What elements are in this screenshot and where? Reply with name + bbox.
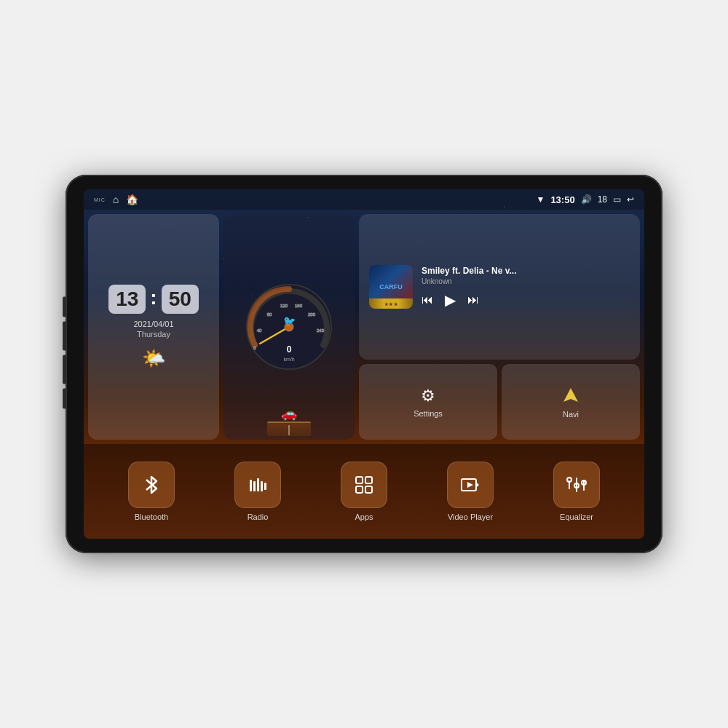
svg-rect-18: [264, 483, 266, 490]
nav-icons: MIC ⌂ 🏠: [94, 194, 138, 205]
speedometer-widget: 0 40 80 120 160 200 240 🐦 0: [223, 214, 355, 440]
mic-label: MIC: [94, 197, 106, 202]
music-controls: ⏮ ▶ ⏭: [422, 291, 630, 309]
play-button[interactable]: ▶: [445, 291, 456, 309]
svg-text:80: 80: [267, 312, 272, 317]
radio-label: Radio: [248, 513, 269, 521]
clock-widget: 13 : 50 2021/04/01 Thursday 🌤️: [88, 214, 219, 440]
battery-icon: ▭: [613, 194, 621, 205]
side-button-2[interactable]: [63, 322, 66, 351]
svg-text:40: 40: [257, 328, 262, 333]
tiles-cell: ⚙ Settings Navi: [359, 364, 640, 440]
svg-rect-17: [261, 481, 263, 491]
volume-icon: 🔊: [581, 194, 592, 205]
music-widget: CARFU ★ ★ ★ Smiley ft. Delia - Ne v... U…: [359, 214, 640, 360]
screen: MIC ⌂ 🏠 ▼ 13:50 🔊 18 ▭ ↩ 13 : 50: [84, 189, 644, 539]
prev-button[interactable]: ⏮: [422, 293, 433, 306]
status-right-icons: ▼ 13:50 🔊 18 ▭ ↩: [537, 194, 635, 205]
album-art: CARFU ★ ★ ★: [369, 265, 413, 309]
navi-icon: [561, 386, 581, 406]
side-button-4[interactable]: [63, 389, 66, 409]
clock-digits: 13 : 50: [108, 285, 199, 314]
svg-text:km/h: km/h: [283, 357, 294, 362]
music-artist: Unknown: [422, 277, 630, 285]
bluetooth-label: Bluetooth: [135, 513, 168, 521]
equalizer-app[interactable]: Equalizer: [547, 462, 606, 521]
music-info: Smiley ft. Delia - Ne v... Unknown ⏮ ▶ ⏭: [422, 266, 630, 309]
equalizer-icon: [566, 474, 587, 496]
navi-tile[interactable]: Navi: [502, 364, 640, 440]
apps-label: Apps: [355, 513, 373, 521]
status-bar: MIC ⌂ 🏠 ▼ 13:50 🔊 18 ▭ ↩: [84, 189, 644, 210]
svg-rect-21: [356, 486, 363, 493]
svg-marker-25: [467, 482, 473, 488]
wifi-icon: ▼: [537, 194, 545, 205]
apps-icon: [353, 474, 375, 496]
back-icon[interactable]: ↩: [627, 194, 634, 205]
video-label: Video Player: [448, 513, 493, 521]
svg-rect-22: [365, 486, 372, 493]
weather-icon: 🌤️: [142, 347, 165, 370]
apps-app[interactable]: Apps: [335, 462, 393, 521]
bluetooth-icon: [141, 474, 162, 496]
radio-icon: [247, 474, 269, 496]
equalizer-icon-box: [553, 462, 600, 508]
side-button-3[interactable]: [63, 355, 66, 384]
navi-label: Navi: [563, 410, 579, 419]
radio-app[interactable]: Radio: [229, 462, 287, 521]
svg-text:120: 120: [280, 304, 288, 308]
clock-date: 2021/04/01: [133, 320, 173, 328]
video-icon: [459, 474, 481, 496]
svg-text:160: 160: [295, 304, 303, 308]
svg-rect-15: [253, 481, 256, 491]
road-scene: 🚗: [260, 405, 318, 436]
radio-icon-box: [234, 462, 281, 508]
home-outline-icon[interactable]: ⌂: [113, 194, 119, 205]
music-title: Smiley ft. Delia - Ne v...: [422, 266, 630, 276]
carfu-logo-text: CARFU: [379, 283, 403, 290]
next-button[interactable]: ⏭: [467, 293, 479, 306]
apps-bar: Bluetooth Radio: [84, 444, 644, 539]
svg-marker-24: [476, 482, 479, 488]
video-icon-box: [447, 462, 494, 508]
home-filled-icon[interactable]: 🏠: [126, 194, 138, 205]
video-player-app[interactable]: Video Player: [441, 462, 499, 521]
clock-separator: :: [150, 285, 157, 314]
status-time: 13:50: [550, 194, 574, 205]
svg-rect-14: [250, 480, 252, 491]
svg-rect-20: [365, 477, 372, 483]
bluetooth-icon-box: [128, 462, 175, 508]
speedometer-svg: 0 40 80 120 160 200 240 🐦 0: [242, 280, 336, 374]
bluetooth-app[interactable]: Bluetooth: [122, 462, 181, 521]
svg-text:🐦: 🐦: [283, 315, 296, 328]
svg-point-27: [567, 478, 571, 482]
equalizer-label: Equalizer: [560, 513, 593, 521]
svg-rect-16: [257, 478, 259, 491]
svg-text:0: 0: [287, 344, 292, 355]
clock-day: Thursday: [137, 330, 170, 339]
svg-marker-13: [563, 388, 578, 402]
clock-hour: 13: [108, 285, 146, 314]
apps-icon-box: [341, 462, 387, 508]
settings-icon: ⚙: [421, 387, 435, 405]
clock-minute: 50: [162, 285, 199, 314]
volume-level: 18: [598, 194, 607, 205]
main-layout: 13 : 50 2021/04/01 Thursday 🌤️: [84, 210, 644, 444]
side-button-group: [63, 297, 66, 409]
side-button-1[interactable]: [63, 297, 66, 317]
settings-tile[interactable]: ⚙ Settings: [359, 364, 497, 440]
car-head-unit: MIC ⌂ 🏠 ▼ 13:50 🔊 18 ▭ ↩ 13 : 50: [66, 175, 662, 553]
settings-label: Settings: [414, 409, 443, 418]
svg-text:240: 240: [317, 328, 325, 333]
svg-rect-19: [356, 477, 363, 483]
svg-text:200: 200: [308, 312, 316, 317]
